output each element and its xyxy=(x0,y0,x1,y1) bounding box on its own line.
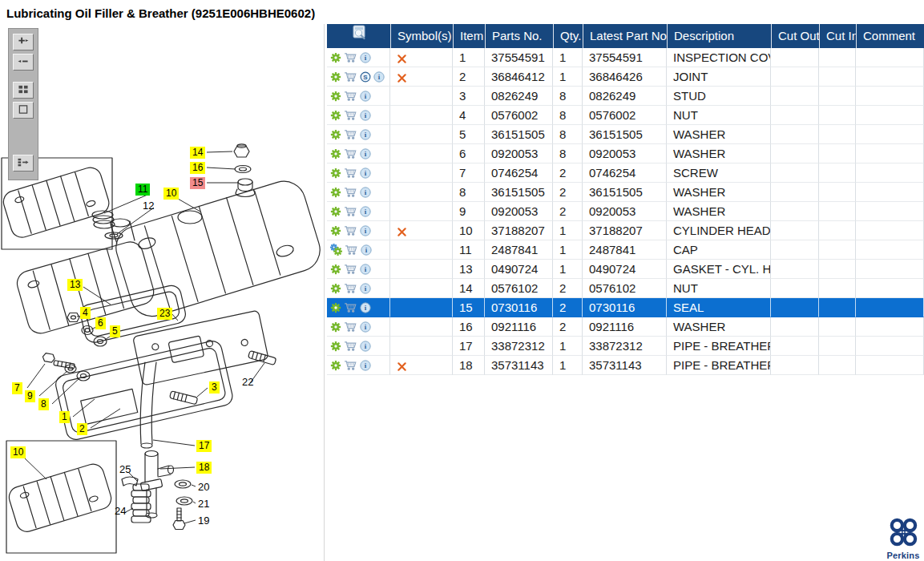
diagram-callout-16[interactable]: 16 xyxy=(190,162,205,174)
info-icon[interactable]: i xyxy=(360,148,371,159)
diagram-callout-25[interactable]: 25 xyxy=(119,463,131,475)
toggle-parts-panel-button[interactable] xyxy=(13,155,34,172)
column-header-comment[interactable]: Comment xyxy=(856,24,924,48)
cart-icon[interactable] xyxy=(344,91,357,101)
diagram-callout-6[interactable]: 6 xyxy=(95,317,106,329)
diagram-callout-19[interactable]: 19 xyxy=(197,515,210,527)
zoom-in-button[interactable] xyxy=(13,34,34,50)
table-row-item-6[interactable]: i6092005380920053WASHER xyxy=(327,144,924,163)
diagram-callout-7[interactable]: 7 xyxy=(12,382,22,394)
column-header-qty[interactable]: Qty. xyxy=(553,24,583,48)
cart-icon[interactable] xyxy=(344,341,357,351)
diagram-callout-18[interactable]: 18 xyxy=(196,462,212,474)
info-icon[interactable]: i xyxy=(360,302,371,313)
table-row-item-15[interactable]: i15073011620730116SEAL xyxy=(327,298,924,317)
diagram-callout-12[interactable]: 12 xyxy=(142,200,155,212)
cart-icon[interactable] xyxy=(344,52,357,63)
info-icon[interactable]: i xyxy=(360,110,371,121)
info-icon[interactable]: i xyxy=(360,360,371,371)
diagram-callout-24[interactable]: 24 xyxy=(114,505,127,517)
tile-view-button[interactable] xyxy=(13,82,34,99)
cart-icon[interactable] xyxy=(344,264,357,274)
diagram-callout-2[interactable]: 2 xyxy=(77,423,87,435)
gear-icon[interactable] xyxy=(330,206,341,217)
cart-icon[interactable] xyxy=(344,71,357,82)
diagram-callout-15[interactable]: 15 xyxy=(190,177,205,189)
zoom-out-button[interactable] xyxy=(13,54,34,71)
table-row-item-17[interactable]: i1733872312133872312PIPE - BREATHER xyxy=(327,337,924,356)
diagram-callout-23[interactable]: 23 xyxy=(157,308,172,320)
gear-icon[interactable] xyxy=(330,110,341,121)
table-row-item-1[interactable]: i137554591137554591INSPECTION COVER xyxy=(327,48,924,67)
column-header-item[interactable]: Item xyxy=(453,24,485,48)
s-icon[interactable]: S xyxy=(360,71,371,83)
column-header-cut-in[interactable]: Cut In xyxy=(819,24,856,48)
column-header-latest-part-no[interactable]: Latest Part No. xyxy=(583,24,667,48)
info-icon[interactable]: i xyxy=(360,225,371,236)
gears-icon[interactable] xyxy=(330,244,342,256)
info-icon[interactable]: i xyxy=(360,129,371,140)
gear-icon[interactable] xyxy=(330,360,341,371)
info-icon[interactable]: i xyxy=(360,264,371,275)
diagram-callout-14[interactable]: 14 xyxy=(190,147,205,159)
diagram-callout-3[interactable]: 3 xyxy=(209,381,220,394)
gear-icon[interactable] xyxy=(330,321,341,333)
diagram-callout-11[interactable]: 11 xyxy=(135,184,150,196)
cart-icon[interactable] xyxy=(345,244,358,255)
table-row-item-7[interactable]: i7074625420746254SCREW xyxy=(327,163,924,183)
cart-icon[interactable] xyxy=(344,225,357,236)
table-row-item-4[interactable]: i4057600280576002NUT xyxy=(327,106,924,125)
gear-icon[interactable] xyxy=(330,148,341,159)
table-row-item-3[interactable]: i3082624980826249STUD xyxy=(327,87,924,106)
diagram-callout-4[interactable]: 4 xyxy=(80,307,91,319)
cart-icon[interactable] xyxy=(344,148,357,159)
gear-icon[interactable] xyxy=(330,283,341,294)
cart-icon[interactable] xyxy=(344,187,357,197)
gear-icon[interactable] xyxy=(330,302,341,313)
table-row-item-13[interactable]: i13049072410490724GASKET - CYL. HEA xyxy=(327,260,924,279)
gear-icon[interactable] xyxy=(330,71,341,83)
info-icon[interactable]: i xyxy=(373,71,385,83)
diagram-callout-10[interactable]: 10 xyxy=(10,446,26,458)
diagram-callout-9[interactable]: 9 xyxy=(25,390,35,402)
diagram-callout-5[interactable]: 5 xyxy=(110,325,120,337)
cart-icon[interactable] xyxy=(344,302,357,313)
column-header-symbol-s[interactable]: Symbol(s) xyxy=(390,24,453,48)
info-icon[interactable]: i xyxy=(360,341,371,352)
table-row-item-16[interactable]: i16092111620921116WASHER xyxy=(327,317,924,337)
table-row-item-5[interactable]: i536151505836151505WASHER xyxy=(327,125,924,144)
single-view-button[interactable] xyxy=(13,102,34,119)
diagram-callout-20[interactable]: 20 xyxy=(197,481,210,493)
info-icon[interactable]: i xyxy=(361,244,372,256)
column-header-parts-no[interactable]: Parts No. xyxy=(485,24,553,48)
gear-icon[interactable] xyxy=(330,167,341,179)
table-row-item-9[interactable]: i9092005320920053WASHER xyxy=(327,202,924,221)
gear-icon[interactable] xyxy=(330,129,341,140)
preview-column-header[interactable] xyxy=(327,24,390,48)
diagram-callout-10[interactable]: 10 xyxy=(163,188,179,200)
cart-icon[interactable] xyxy=(344,129,357,139)
column-header-description[interactable]: Description xyxy=(667,24,771,48)
info-icon[interactable]: i xyxy=(360,52,371,63)
info-icon[interactable]: i xyxy=(360,91,371,102)
gear-icon[interactable] xyxy=(330,91,341,102)
diagram-callout-13[interactable]: 13 xyxy=(67,279,83,291)
diagram-callout-8[interactable]: 8 xyxy=(38,398,49,410)
cart-icon[interactable] xyxy=(344,360,357,370)
table-row-item-11[interactable]: i11248784112487841CAP xyxy=(327,240,924,260)
gear-icon[interactable] xyxy=(330,187,341,198)
diagram-callout-17[interactable]: 17 xyxy=(196,440,212,452)
info-icon[interactable]: i xyxy=(360,167,371,179)
gear-icon[interactable] xyxy=(330,52,341,63)
table-row-item-10[interactable]: i1037188207137188207CYLINDER HEAD CO xyxy=(327,221,924,240)
gear-icon[interactable] xyxy=(330,225,341,236)
column-header-cut-out[interactable]: Cut Out xyxy=(771,24,819,48)
gear-icon[interactable] xyxy=(330,341,341,352)
cart-icon[interactable] xyxy=(344,283,357,293)
info-icon[interactable]: i xyxy=(360,283,371,294)
diagram-callout-22[interactable]: 22 xyxy=(241,376,254,388)
cart-icon[interactable] xyxy=(344,167,357,178)
info-icon[interactable]: i xyxy=(360,321,371,333)
gear-icon[interactable] xyxy=(330,264,341,275)
cart-icon[interactable] xyxy=(344,321,357,332)
